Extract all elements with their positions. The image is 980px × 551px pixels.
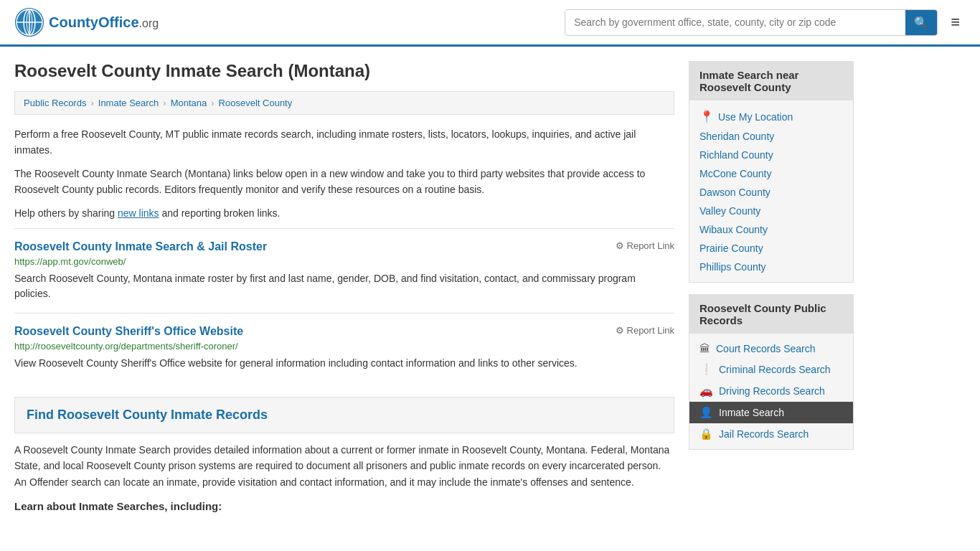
nearby-section: Inmate Search near Roosevelt County 📍 Us… (689, 61, 854, 283)
location-icon: 📍 (699, 110, 714, 123)
criminal-records-link[interactable]: Criminal Records Search (719, 364, 831, 375)
wibaux-county-link[interactable]: Wibaux County (699, 224, 768, 235)
breadcrumb: Public Records › Inmate Search › Montana… (14, 91, 674, 115)
list-item: Richland County (689, 146, 853, 164)
record-link-2-title[interactable]: Roosevelt County Sheriff's Office Websit… (14, 325, 243, 338)
main-content: Roosevelt County Inmate Search (Montana)… (14, 61, 674, 512)
record-link-1: Roosevelt County Inmate Search & Jail Ro… (14, 228, 674, 313)
list-item: Sheridan County (689, 127, 853, 146)
record-link-1-url: https://app.mt.gov/conweb/ (14, 256, 674, 267)
inmate-search-item[interactable]: 👤 Inmate Search (689, 402, 853, 423)
report-link-2-button[interactable]: ⚙ Report Link (616, 325, 674, 336)
public-records-list: 🏛 Court Records Search ❕ Criminal Record… (689, 334, 853, 449)
driving-icon: 🚗 (699, 385, 713, 397)
public-records-title: Roosevelt County Public Records (689, 295, 853, 334)
site-header: CountyOffice.org 🔍 ≡ (0, 0, 980, 47)
description-2: The Roosevelt County Inmate Search (Mont… (14, 166, 674, 198)
list-item: Wibaux County (689, 220, 853, 239)
breadcrumb-montana[interactable]: Montana (171, 98, 207, 108)
find-section-desc: A Roosevelt County Inmate Search provide… (14, 442, 674, 490)
find-section-box: Find Roosevelt County Inmate Records (14, 397, 674, 433)
criminal-icon: ❕ (699, 363, 713, 376)
list-item: Dawson County (689, 183, 853, 202)
sheridan-county-link[interactable]: Sheridan County (699, 131, 774, 142)
inmate-search-link[interactable]: Inmate Search (719, 407, 784, 418)
description-3: Help others by sharing new links and rep… (14, 205, 674, 221)
page-container: Roosevelt County Inmate Search (Montana)… (0, 47, 980, 527)
menu-button[interactable]: ≡ (945, 10, 966, 34)
page-title: Roosevelt County Inmate Search (Montana) (14, 61, 674, 81)
record-link-2-desc: View Roosevelt County Sheriff's Office w… (14, 356, 674, 371)
public-records-section: Roosevelt County Public Records 🏛 Court … (689, 294, 854, 450)
inmate-icon: 👤 (699, 406, 713, 419)
driving-records-link[interactable]: Driving Records Search (719, 385, 825, 397)
nearby-section-title: Inmate Search near Roosevelt County (689, 62, 853, 100)
new-links-link[interactable]: new links (118, 207, 159, 219)
logo-icon (14, 7, 44, 37)
record-link-1-title[interactable]: Roosevelt County Inmate Search & Jail Ro… (14, 240, 267, 253)
list-item: Prairie County (689, 239, 853, 258)
court-records-item[interactable]: 🏛 Court Records Search (689, 338, 853, 359)
search-button[interactable]: 🔍 (905, 10, 937, 35)
jail-records-item[interactable]: 🔒 Jail Records Search (689, 423, 853, 445)
logo-text: CountyOffice.org (49, 14, 159, 31)
valley-county-link[interactable]: Valley County (699, 205, 760, 217)
breadcrumb-inmate-search[interactable]: Inmate Search (98, 98, 159, 108)
richland-county-link[interactable]: Richland County (699, 149, 773, 161)
court-records-link[interactable]: Court Records Search (716, 343, 816, 354)
mccone-county-link[interactable]: McCone County (699, 168, 771, 179)
logo-area: CountyOffice.org (14, 7, 159, 37)
dawson-county-link[interactable]: Dawson County (699, 187, 771, 198)
sidebar: Inmate Search near Roosevelt County 📍 Us… (689, 61, 854, 512)
phillips-county-link[interactable]: Phillips County (699, 261, 766, 273)
jail-records-link[interactable]: Jail Records Search (719, 428, 809, 440)
description-1: Perform a free Roosevelt County, MT publ… (14, 126, 674, 159)
list-item: McCone County (689, 164, 853, 183)
search-input[interactable] (565, 11, 905, 34)
report-link-1-button[interactable]: ⚙ Report Link (616, 240, 674, 251)
header-right: 🔍 ≡ (565, 9, 966, 36)
use-location-link[interactable]: Use My Location (718, 111, 793, 123)
learn-heading: Learn about Inmate Searches, including: (14, 500, 674, 512)
record-link-1-desc: Search Roosevelt County, Montana inmate … (14, 271, 674, 301)
list-item: Valley County (689, 202, 853, 220)
list-item: Phillips County (689, 258, 853, 276)
breadcrumb-roosevelt-county[interactable]: Roosevelt County (219, 98, 293, 108)
nearby-county-list: 📍 Use My Location Sheridan County Richla… (689, 100, 853, 282)
search-bar: 🔍 (565, 9, 938, 36)
find-section-heading: Find Roosevelt County Inmate Records (27, 408, 662, 423)
use-location-item[interactable]: 📍 Use My Location (689, 106, 853, 127)
breadcrumb-public-records[interactable]: Public Records (24, 98, 86, 108)
prairie-county-link[interactable]: Prairie County (699, 242, 763, 254)
court-icon: 🏛 (699, 342, 710, 354)
driving-records-item[interactable]: 🚗 Driving Records Search (689, 380, 853, 402)
jail-icon: 🔒 (699, 428, 713, 441)
criminal-records-item[interactable]: ❕ Criminal Records Search (689, 359, 853, 380)
record-link-2-url: http://rooseveltcounty.org/departments/s… (14, 341, 674, 352)
record-link-2: Roosevelt County Sheriff's Office Websit… (14, 313, 674, 382)
